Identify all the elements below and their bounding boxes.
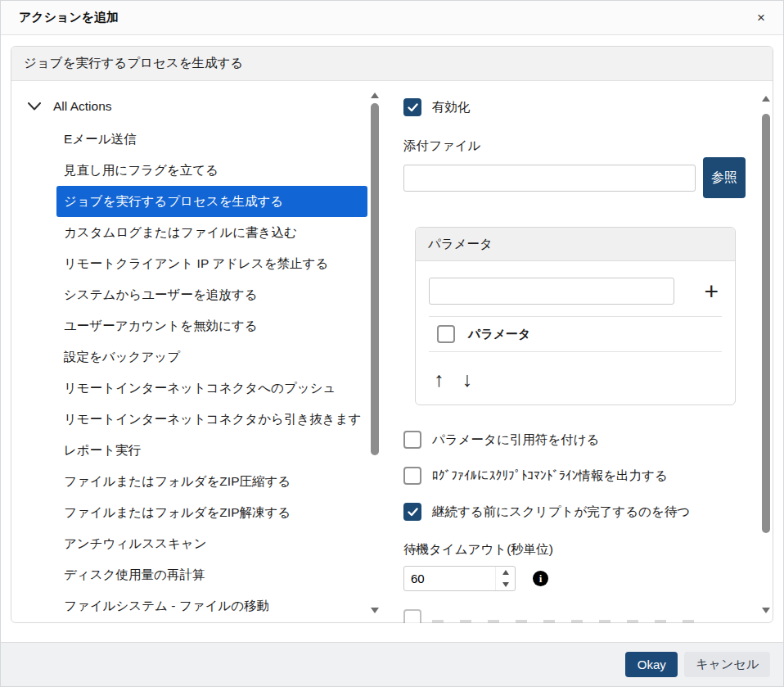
action-list-item-label: システムからユーザーを追放する: [64, 287, 258, 304]
dialog-body: ジョブを実行するプロセスを生成する All Actions Eメール送信見直し用…: [11, 46, 773, 623]
action-list-item[interactable]: リモートインターネットコネクタへのプッシュ: [11, 373, 386, 404]
selected-action-title: ジョブを実行するプロセスを生成する: [24, 55, 243, 72]
action-list-item[interactable]: ファイルまたはフォルダをZIP解凍する: [11, 497, 386, 528]
parameter-column-header: パラメータ: [468, 327, 530, 342]
attachment-row: 参照: [403, 165, 773, 198]
wait-script-checkbox[interactable]: [403, 503, 421, 521]
action-list-item[interactable]: リモートクライアント IP アドレスを禁止する: [11, 248, 386, 279]
action-list-item-label: ジョブを実行するプロセスを生成する: [64, 193, 283, 210]
action-list-scrollbar[interactable]: [370, 93, 380, 613]
chevron-down-icon: [28, 102, 41, 111]
action-list-item-label: Eメール送信: [64, 131, 137, 148]
dialog-title: アクションを追加: [19, 10, 119, 25]
log-output-label: ﾛｸﾞﾌｧｲﾙにｽｸﾘﾌﾟﾄｺﾏﾝﾄﾞﾗｲﾝ情報を出力する: [432, 468, 668, 485]
quote-parameters-label: パラメータに引用符を付ける: [432, 432, 599, 449]
action-list-item[interactable]: 設定をバックアップ: [11, 341, 386, 373]
action-list-item-label: ディスク使用量の再計算: [64, 567, 205, 584]
attachment-label: 添付ファイル: [403, 138, 773, 155]
action-list-item[interactable]: レポート実行: [11, 435, 386, 466]
action-list-item[interactable]: Eメール送信: [11, 124, 386, 155]
action-list-item-label: カスタムログまたはファイルに書き込む: [64, 224, 297, 242]
action-list-item-label: ファイルまたはフォルダをZIP圧縮する: [64, 473, 291, 490]
dialog-footer: Okay キャンセル: [1, 642, 783, 686]
wait-script-row: 継続する前にスクリプトが完了するのを待つ: [403, 503, 773, 521]
action-list-item[interactable]: リモートインターネットコネクタから引き抜きます: [11, 404, 386, 435]
wait-script-label: 継続する前にスクリプトが完了するのを待つ: [432, 504, 690, 521]
action-list-item[interactable]: ユーザーアカウントを無効にする: [11, 310, 386, 341]
action-list-item[interactable]: カスタムログまたはファイルに書き込む: [11, 217, 386, 248]
cancel-button[interactable]: キャンセル: [684, 652, 770, 677]
timeout-input[interactable]: [404, 567, 490, 590]
action-list-item-label: リモートインターネットコネクタから引き抜きます: [64, 411, 361, 428]
parameter-input[interactable]: [429, 278, 674, 305]
action-tree-root[interactable]: All Actions: [11, 89, 386, 124]
parameters-card-title: パラメータ: [428, 236, 493, 253]
parameter-table-header: パラメータ: [429, 316, 722, 352]
scroll-up-icon[interactable]: [762, 96, 770, 102]
scrollbar-thumb[interactable]: [371, 103, 379, 455]
action-list-item-label: ファイルまたはフォルダをZIP解凍する: [64, 504, 291, 522]
timeout-row: i: [403, 566, 773, 591]
move-down-icon[interactable]: ↓: [462, 369, 473, 390]
info-icon: i: [533, 571, 548, 586]
scroll-up-icon[interactable]: [371, 93, 379, 98]
scrollbar-thumb[interactable]: [762, 114, 770, 533]
move-up-icon[interactable]: ↑: [434, 369, 444, 390]
clipped-checkbox[interactable]: [403, 609, 421, 623]
add-parameter-icon[interactable]: +: [704, 279, 719, 304]
timeout-spinner: [495, 567, 515, 590]
action-tree-root-label: All Actions: [53, 99, 112, 114]
action-list-item-label: 設定をバックアップ: [64, 349, 180, 366]
action-list-item-label: ファイルシステム - ファイルの移動: [64, 598, 269, 615]
action-list-item[interactable]: ファイルまたはフォルダをZIP圧縮する: [11, 466, 386, 497]
action-list-item-label: アンチウィルススキャン: [64, 536, 207, 553]
clipped-text: [432, 620, 702, 623]
action-list-item-label: レポート実行: [64, 442, 141, 459]
action-list-panel: All Actions Eメール送信見直し用にフラグを立てるジョブを実行するプロ…: [11, 81, 386, 623]
quote-parameters-checkbox[interactable]: [403, 431, 421, 449]
dialog-titlebar: アクションを追加 ×: [1, 1, 783, 35]
spinner-down-icon[interactable]: [496, 579, 515, 591]
select-all-parameters-checkbox[interactable]: [437, 325, 455, 343]
attachment-input[interactable]: [403, 165, 696, 192]
action-list-item-label: 見直し用にフラグを立てる: [64, 162, 219, 179]
enabled-label: 有効化: [432, 99, 471, 116]
action-list: Eメール送信見直し用にフラグを立てるジョブを実行するプロセスを生成するカスタムロ…: [11, 124, 386, 621]
close-icon[interactable]: ×: [757, 11, 765, 25]
check-icon: [408, 508, 418, 517]
check-icon: [408, 103, 418, 112]
timeout-input-box: [403, 566, 516, 591]
parameters-card: パラメータ + パラメータ: [415, 227, 736, 405]
action-list-item[interactable]: ファイルシステム - ファイルの移動: [11, 590, 386, 621]
enabled-row: 有効化: [403, 98, 773, 116]
enabled-checkbox[interactable]: [403, 98, 421, 116]
log-output-checkbox[interactable]: [403, 467, 421, 485]
action-list-item-label: リモートクライアント IP アドレスを禁止する: [64, 255, 328, 273]
selected-action-header: ジョブを実行するプロセスを生成する: [11, 47, 773, 81]
add-action-dialog: アクションを追加 × ジョブを実行するプロセスを生成する All Actions…: [1, 1, 783, 35]
clipped-checkbox-row: [403, 608, 773, 623]
action-config-panel: 有効化 添付ファイル 参照 パラメータ +: [386, 81, 773, 623]
action-list-item-label: ユーザーアカウントを無効にする: [64, 318, 258, 335]
action-list-item-label: リモートインターネットコネクタへのプッシュ: [64, 380, 336, 397]
action-list-item[interactable]: 見直し用にフラグを立てる: [11, 155, 386, 186]
action-list-item[interactable]: アンチウィルススキャン: [11, 528, 386, 559]
action-list-item[interactable]: ジョブを実行するプロセスを生成する: [56, 186, 367, 217]
timeout-label: 待機タイムアウト(秒単位): [403, 541, 773, 558]
log-output-row: ﾛｸﾞﾌｧｲﾙにｽｸﾘﾌﾟﾄｺﾏﾝﾄﾞﾗｲﾝ情報を出力する: [403, 467, 773, 485]
action-list-item[interactable]: システムからユーザーを追放する: [11, 279, 386, 310]
browse-button[interactable]: 参照: [703, 157, 746, 198]
action-list-item[interactable]: ディスク使用量の再計算: [11, 559, 386, 590]
scroll-down-icon[interactable]: [371, 608, 379, 613]
okay-button[interactable]: Okay: [625, 652, 678, 677]
spinner-up-icon[interactable]: [496, 567, 515, 579]
quote-parameters-row: パラメータに引用符を付ける: [403, 431, 773, 449]
config-panel-scrollbar[interactable]: [761, 96, 771, 613]
scroll-down-icon[interactable]: [762, 608, 770, 613]
parameters-card-header: パラメータ: [416, 228, 735, 261]
